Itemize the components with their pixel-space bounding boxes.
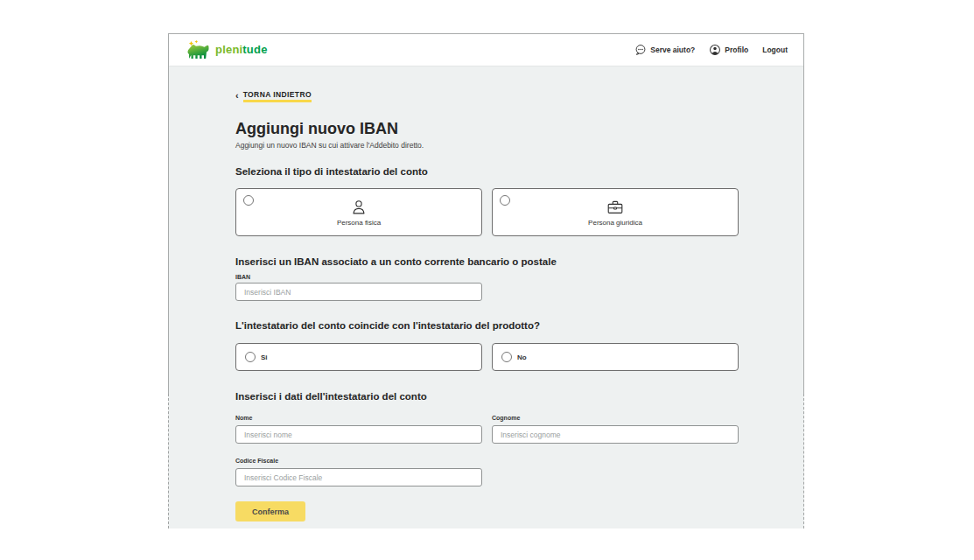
- help-button[interactable]: Serve aiuto?: [634, 44, 695, 56]
- person-icon: [349, 198, 368, 217]
- section-coincide: L'intestatario del conto coincide con l'…: [235, 320, 739, 331]
- coincide-options: Si No: [235, 343, 739, 371]
- logout-label: Logout: [762, 46, 788, 54]
- app-header: plenitude Serve aiuto? Profi: [168, 33, 804, 66]
- app-window: plenitude Serve aiuto? Profi: [168, 33, 804, 528]
- option-label: No: [517, 354, 527, 361]
- logo-wordmark: plenitude: [215, 43, 268, 56]
- option-no[interactable]: No: [492, 343, 739, 371]
- profile-icon: [709, 44, 721, 56]
- chevron-left-icon: ‹: [235, 91, 239, 101]
- logout-button[interactable]: Logout: [762, 46, 788, 54]
- radio-no[interactable]: [501, 352, 512, 362]
- confirm-button[interactable]: Conferma: [235, 501, 305, 522]
- holder-type-cards: Persona fisica Persona giuridica: [235, 188, 739, 236]
- cognome-input[interactable]: [492, 425, 739, 444]
- card-label: Persona giuridica: [588, 219, 642, 227]
- plenitude-dog-icon: [185, 38, 211, 61]
- codice-fiscale-input[interactable]: [235, 468, 482, 486]
- codice-fiscale-field: Codice Fiscale: [235, 458, 739, 486]
- name-fields-row: Nome Cognome: [235, 415, 739, 444]
- cognome-field: Cognome: [492, 415, 739, 444]
- codice-fiscale-label: Codice Fiscale: [235, 458, 739, 464]
- cognome-label: Cognome: [492, 415, 739, 421]
- section-holder-type: Seleziona il tipo di intestatario del co…: [235, 166, 739, 177]
- page-content: ‹ TORNA INDIETRO Aggiungi nuovo IBAN Agg…: [168, 66, 804, 528]
- profile-label: Profilo: [725, 46, 748, 54]
- page-title: Aggiungi nuovo IBAN: [235, 120, 739, 138]
- nome-input[interactable]: [235, 425, 482, 444]
- briefcase-icon: [606, 198, 625, 217]
- card-label: Persona fisica: [337, 219, 381, 227]
- iban-label: IBAN: [235, 274, 250, 280]
- chat-bubble-icon: [634, 44, 647, 56]
- nome-field: Nome: [235, 415, 482, 444]
- section-holder-data: Inserisci i dati dell'intestatario del c…: [235, 391, 739, 402]
- back-label: TORNA INDIETRO: [243, 90, 312, 102]
- help-label: Serve aiuto?: [650, 46, 695, 54]
- back-button[interactable]: ‹ TORNA INDIETRO: [235, 90, 312, 102]
- radio-persona-fisica[interactable]: [243, 195, 254, 206]
- option-label: Si: [261, 354, 268, 361]
- plenitude-logo[interactable]: plenitude: [185, 38, 268, 61]
- radio-persona-giuridica[interactable]: [500, 195, 510, 206]
- page-subtitle: Aggiungi un nuovo IBAN su cui attivare l…: [235, 141, 739, 150]
- header-actions: Serve aiuto? Profilo Logout: [634, 44, 788, 56]
- iban-input[interactable]: [235, 283, 482, 301]
- card-persona-giuridica[interactable]: Persona giuridica: [492, 188, 739, 236]
- radio-si[interactable]: [245, 352, 256, 362]
- profile-button[interactable]: Profilo: [709, 44, 748, 56]
- nome-label: Nome: [235, 415, 482, 421]
- option-si[interactable]: Si: [235, 343, 482, 371]
- section-iban: Inserisci un IBAN associato a un conto c…: [235, 256, 739, 267]
- card-persona-fisica[interactable]: Persona fisica: [235, 188, 482, 236]
